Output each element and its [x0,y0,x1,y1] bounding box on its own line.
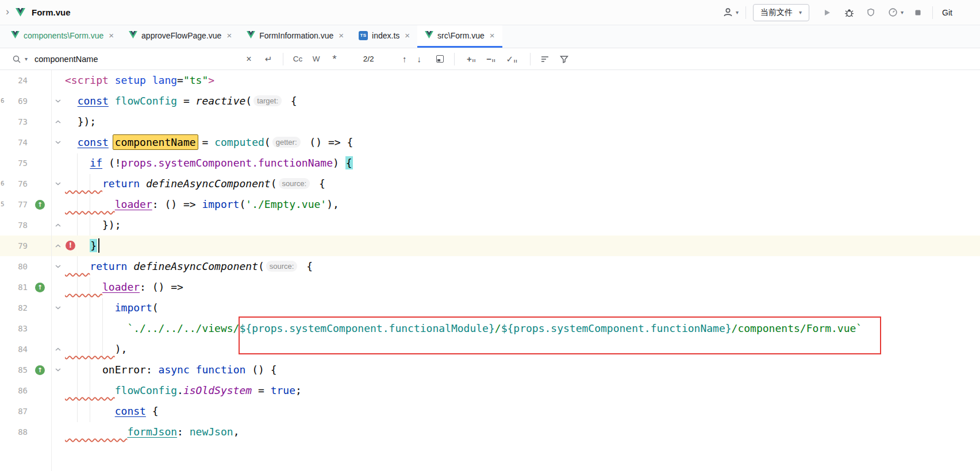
line-number[interactable]: 78 [6,215,28,235]
code-text[interactable]: loader: () => [65,277,980,298]
line-number[interactable]: 69 [6,91,28,111]
code-line-85[interactable]: 85↑ onError: async function () { [0,360,980,380]
fold-marker-icon[interactable] [51,111,65,132]
stop-icon[interactable] [910,5,925,20]
line-number[interactable]: 87 [6,401,28,422]
fold-marker-icon[interactable] [51,173,65,194]
code-line-88[interactable]: 88 formJson: newJson, [0,422,980,442]
tab-approveflowpage-vue[interactable]: approveFlowPage.vue× [121,25,239,48]
tab-src-form-vue[interactable]: src\Form.vue× [417,25,502,48]
tab-forminformation-vue[interactable]: FormInformation.vue× [239,25,351,48]
line-number[interactable]: 84 [6,339,28,360]
newline-icon[interactable]: ↵ [261,52,276,66]
fold-marker-icon[interactable] [51,318,65,339]
fold-marker-icon[interactable] [51,70,65,91]
chevron-right-icon[interactable]: › [5,6,13,19]
implements-gutter-icon[interactable]: ↑ [35,283,45,292]
fold-marker-icon[interactable] [51,132,65,153]
fold-marker-icon[interactable] [51,194,65,215]
close-tab-icon[interactable]: × [405,32,410,40]
line-number[interactable]: 77 [6,194,28,215]
fold-marker-icon[interactable] [51,298,65,318]
profiler-icon[interactable] [885,5,900,20]
code-line-75[interactable]: 75 if (!props.systemComponent.functionNa… [0,153,980,173]
code-line-83[interactable]: 83 `./../../../views/${props.systemCompo… [0,318,980,339]
line-number[interactable]: 24 [6,70,28,91]
error-icon[interactable]: ! [66,241,75,250]
fold-marker-icon[interactable] [51,91,65,111]
user-chevron-icon[interactable]: ▾ [736,9,739,16]
line-number[interactable]: 74 [6,132,28,153]
line-number[interactable]: 73 [6,111,28,132]
prev-match-icon[interactable]: ↑ [397,54,412,64]
fold-marker-icon[interactable] [51,256,65,277]
line-number[interactable]: 83 [6,318,28,339]
line-number[interactable]: 85 [6,360,28,380]
code-line-78[interactable]: 78 }); [0,215,980,235]
checkmark-bars-icon[interactable]: ✓II [501,54,522,64]
minus-bars-icon[interactable]: −II [481,54,501,64]
plus-bars-icon[interactable]: +II [462,54,481,64]
profiler-chevron-icon[interactable]: ▾ [901,9,904,16]
code-line-79[interactable]: !79 } [0,235,980,256]
code-text[interactable]: `./../../../views/${props.systemComponen… [65,318,980,339]
user-icon[interactable] [720,5,735,20]
code-text[interactable]: } [65,235,980,256]
code-text[interactable]: <script setup lang="ts"> [65,70,980,91]
fold-marker-icon[interactable] [51,339,65,360]
fold-marker-icon[interactable] [51,360,65,380]
code-line-81[interactable]: 81↑ loader: () => [0,277,980,298]
match-case-icon[interactable]: Cc [290,52,305,66]
search-history-icon[interactable]: ▾ [25,56,28,62]
line-number[interactable]: 75 [6,153,28,173]
fold-marker-icon[interactable] [51,422,65,442]
code-line-73[interactable]: 73 }); [0,111,980,132]
run-config-selector[interactable]: 当前文件 ▾ [753,4,809,21]
code-text[interactable]: loader: () => import('./Empty.vue'), [65,194,980,215]
code-line-24[interactable]: 24<script setup lang="ts"> [0,70,980,91]
code-text[interactable]: import( [65,298,980,318]
code-text[interactable]: const componentName = computed(getter: (… [65,132,980,153]
next-match-icon[interactable]: ↓ [412,54,427,64]
code-text[interactable]: return defineAsyncComponent(source: { [65,256,980,277]
close-tab-icon[interactable]: × [226,32,232,40]
code-line-80[interactable]: 80 return defineAsyncComponent(source: { [0,256,980,277]
regex-icon[interactable]: * [327,52,342,66]
code-line-76[interactable]: 676 return defineAsyncComponent(source: … [0,173,980,194]
code-text[interactable]: }); [65,215,980,235]
code-text[interactable]: }); [65,111,980,132]
code-line-77[interactable]: 577↑ loader: () => import('./Empty.vue')… [0,194,980,215]
line-number[interactable]: 76 [6,173,28,194]
open-in-find-window-icon[interactable] [432,52,447,66]
close-tab-icon[interactable]: × [339,32,344,40]
line-number[interactable]: 86 [6,380,28,401]
fold-marker-icon[interactable] [51,215,65,235]
line-number[interactable]: 80 [6,256,28,277]
run-with-coverage-icon[interactable] [863,5,878,20]
code-line-84[interactable]: 84 ), [0,339,980,360]
code-text[interactable]: const { [65,401,980,422]
fold-marker-icon[interactable] [51,380,65,401]
fold-marker-icon[interactable] [51,235,65,256]
line-number[interactable]: 82 [6,298,28,318]
git-menu[interactable]: Git [942,8,952,17]
line-number[interactable]: 88 [6,422,28,442]
code-editor[interactable]: 24<script setup lang="ts">669 const flow… [0,70,980,471]
line-number[interactable]: 79 [6,235,28,256]
fold-marker-icon[interactable] [51,153,65,173]
run-icon[interactable] [820,5,835,20]
close-tab-icon[interactable]: × [109,32,114,40]
code-text[interactable]: onError: async function () { [65,360,980,380]
fold-marker-icon[interactable] [51,401,65,422]
code-text[interactable]: flowConfig.isOldSystem = true; [65,380,980,401]
words-icon[interactable]: W [309,52,324,66]
tab-index-ts[interactable]: TSindex.ts× [351,25,417,48]
filter-funnel-icon[interactable] [557,52,572,66]
close-tab-icon[interactable]: × [490,32,495,40]
code-text[interactable]: formJson: newJson, [65,422,980,442]
fold-marker-icon[interactable] [51,277,65,298]
code-text[interactable]: const flowConfig = reactive(target: { [65,91,980,111]
code-line-82[interactable]: 82 import( [0,298,980,318]
clear-search-icon[interactable]: × [241,52,256,66]
code-line-87[interactable]: 87 const { [0,401,980,422]
